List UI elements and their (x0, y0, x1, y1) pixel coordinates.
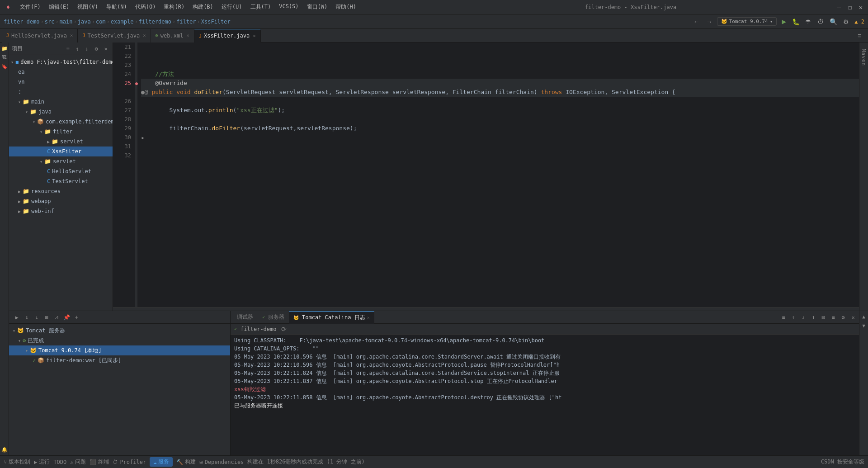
problems-status[interactable]: ⚠ 问题 (70, 458, 86, 466)
tab-close-button[interactable]: × (143, 33, 146, 38)
service-item-completed[interactable]: ▾ ⚙ 已完成 (9, 336, 230, 345)
tab-close-button[interactable]: × (253, 33, 256, 39)
tab-close-button[interactable]: × (186, 33, 189, 38)
code-content[interactable]: //方法 @Override ●@ public void doFilter(S… (137, 43, 859, 307)
fold-indicator[interactable]: ▸ (141, 133, 145, 142)
warning-indicator[interactable]: ▲ 2 (854, 19, 864, 25)
run-button[interactable]: ▶ (779, 17, 788, 26)
maximize-button[interactable]: ☐ (846, 4, 854, 11)
nav-back-button[interactable]: ← (692, 17, 702, 27)
version-control-status[interactable]: ⑂ 版本控制 (4, 458, 30, 466)
tab-testservlet[interactable]: J TestServlet.java × (78, 29, 151, 43)
tab-recent-button[interactable]: ≡ (854, 31, 864, 41)
tab-webxml[interactable]: ⚙ web.xml × (151, 29, 194, 43)
server-selector-label[interactable]: filter-demo (241, 326, 276, 332)
scroll-down-button[interactable]: ▼ (860, 322, 868, 329)
tree-item-colon[interactable]: : (9, 87, 113, 97)
breadcrumb-item-com[interactable]: com (96, 19, 106, 25)
log-clear-button[interactable]: ⊟ (819, 313, 827, 321)
collapse-all-button[interactable]: ↓ (33, 313, 41, 321)
profile-button[interactable]: ⏱ (816, 17, 826, 27)
tree-item-java-folder[interactable]: ▾ 📁 java (9, 107, 113, 117)
tree-item-filter-folder[interactable]: ▾ 📁 filter (9, 127, 113, 137)
run-configuration[interactable]: 🐱 Tomcat 9.0.74 ▾ (717, 17, 777, 26)
notifications-button[interactable]: 🔔 (0, 445, 9, 454)
tree-item-vn[interactable]: vn (9, 77, 113, 87)
breadcrumb-item-example[interactable]: example (111, 19, 134, 25)
tree-item-helloservlet[interactable]: C HelloServlet (9, 166, 113, 176)
breadcrumb-item-src[interactable]: src (45, 19, 55, 25)
breadcrumb-item-java[interactable]: java (78, 19, 91, 25)
structure-tool-button[interactable]: 🏗 (0, 53, 9, 61)
breadcrumb-item-xssfilter[interactable]: XssFilter (201, 19, 231, 25)
breadcrumb-item-filter[interactable]: filter (176, 19, 196, 25)
log-scroll-bottom-button[interactable]: ⇓ (799, 313, 807, 321)
breadcrumb-item-main[interactable]: main (60, 19, 73, 25)
filter-button[interactable]: ⊿ (52, 313, 61, 321)
tab-xssfilter[interactable]: J XssFilter.java × (194, 29, 261, 43)
minimize-button[interactable]: — (835, 4, 843, 11)
sidebar-collapse-button[interactable]: ↕ (73, 45, 81, 53)
project-tool-button[interactable]: 📁 (0, 44, 9, 52)
run-status[interactable]: ▶ 运行 (34, 458, 50, 466)
menu-help[interactable]: 帮助(H) (332, 2, 360, 12)
run-service-button[interactable]: ▶ (13, 313, 21, 321)
menu-refactor[interactable]: 重构(R) (160, 2, 188, 12)
log-filter-button[interactable]: ⬆ (809, 313, 817, 321)
log-close-panel-button[interactable]: ✕ (849, 313, 857, 321)
tree-item-servlet-folder[interactable]: ▾ 📁 servlet (9, 156, 113, 166)
profiler-status[interactable]: ⏱ Profiler (113, 459, 146, 465)
tree-item-resources[interactable]: ▶ 📁 resources (9, 186, 113, 196)
add-service-button[interactable]: + (72, 313, 80, 321)
service-item-tomcat-local[interactable]: ▾ 🐱 Tomcat 9.0.74 [本地] (9, 345, 230, 355)
coverage-button[interactable]: ☂ (803, 17, 813, 27)
log-tab-catalina[interactable]: 🐱 Tomcat Catalina 日志 × (289, 311, 374, 324)
terminal-status[interactable]: ⬛ 终端 (90, 458, 109, 466)
menu-view[interactable]: 视图(V) (74, 2, 102, 12)
pin-button[interactable]: 📌 (62, 313, 71, 321)
dependencies-status[interactable]: ⊞ Dependencies (199, 459, 244, 465)
scroll-up-button[interactable]: ▲ (860, 313, 868, 320)
tree-item-webapp[interactable]: ▶ 📁 webapp (9, 196, 113, 206)
tree-item-package[interactable]: ▾ 📦 com.example.filterdemo (9, 117, 113, 127)
menu-code[interactable]: 代码(O) (132, 2, 160, 12)
tree-item-demo[interactable]: ▾ ◼ demo F:\java-test\filter-demo (9, 57, 113, 67)
log-menu-button[interactable]: ≡ (779, 313, 788, 321)
search-everywhere-button[interactable]: 🔍 (828, 17, 838, 27)
tree-item-webinf[interactable]: ▶ 📁 web-inf (9, 206, 113, 216)
build-status[interactable]: 🔨 构建 (176, 458, 196, 466)
todo-status[interactable]: TODO (53, 459, 66, 465)
menu-edit[interactable]: 编辑(E) (45, 2, 73, 12)
tree-item-ea[interactable]: ea (9, 67, 113, 77)
tab-helloservlet[interactable]: J HelloServlet.java × (2, 29, 78, 43)
sync-button[interactable]: ⟳ (281, 326, 287, 333)
sidebar-close-button[interactable]: ✕ (102, 45, 110, 53)
log-tab-debugger[interactable]: 调试器 (232, 311, 258, 324)
group-button[interactable]: ⊞ (42, 313, 51, 321)
breadcrumb-item-filterdemo[interactable]: filterdemo (139, 19, 171, 25)
log-wrap-button[interactable]: ≡ (829, 313, 837, 321)
horizontal-scrollbar[interactable] (113, 307, 859, 311)
log-tab-server[interactable]: ✓ 服务器 (258, 311, 289, 324)
menu-build[interactable]: 构建(B) (189, 2, 217, 12)
tree-item-testservlet[interactable]: C TestServlet (9, 176, 113, 186)
maven-label[interactable]: Maven (861, 49, 867, 66)
debug-button[interactable]: 🐛 (791, 17, 800, 26)
sidebar-expand-button[interactable]: ≡ (64, 45, 72, 53)
tab-close-button[interactable]: × (70, 33, 73, 38)
expand-all-button[interactable]: ↕ (23, 313, 31, 321)
menu-window[interactable]: 窗口(W) (303, 2, 331, 12)
services-status[interactable]: ☁ 服务 (150, 457, 173, 467)
tree-item-main[interactable]: ▾ 📁 main (9, 97, 113, 107)
service-item-filterdemo[interactable]: ✓ 📦 filter-demo:war [已同步] (9, 355, 230, 365)
menu-vcs[interactable]: VCS(S) (275, 2, 302, 12)
menu-file[interactable]: 文件(F) (16, 2, 44, 12)
settings-button[interactable]: ⚙ (841, 17, 851, 27)
sidebar-gear-button[interactable]: ⚙ (92, 45, 100, 53)
menu-tools[interactable]: 工具(T) (247, 2, 275, 12)
tab-close-button[interactable]: × (367, 315, 370, 320)
breadcrumb-item-project[interactable]: filter-demo (4, 19, 39, 25)
menu-navigate[interactable]: 导航(N) (103, 2, 131, 12)
close-button[interactable]: ✕ (857, 4, 864, 11)
tree-item-xssfilter[interactable]: C XssFilter (9, 147, 113, 156)
